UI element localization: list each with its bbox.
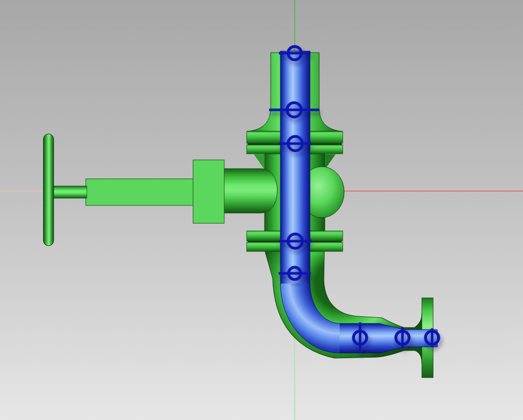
cad-viewport[interactable] <box>0 0 523 420</box>
bonnet-neck[interactable] <box>223 169 277 213</box>
stem-bar[interactable] <box>86 179 194 205</box>
bonnet-block[interactable] <box>193 160 224 223</box>
valve-stem[interactable] <box>51 186 87 198</box>
handwheel[interactable] <box>43 134 54 246</box>
